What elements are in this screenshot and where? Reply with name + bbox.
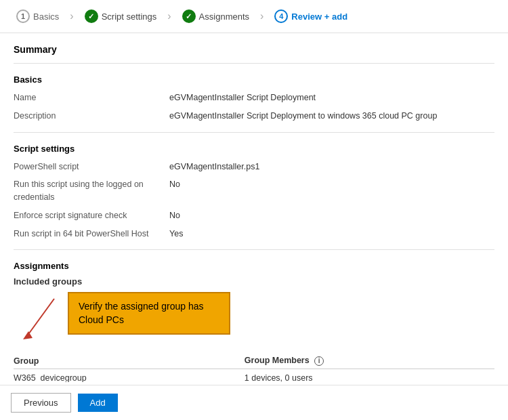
row-powershell: PowerShell script eGVMagentInstaller.ps1 xyxy=(14,159,494,175)
name-value: eGVMagentInstaller Script Deployment xyxy=(169,91,316,104)
arrow-area xyxy=(14,292,68,346)
step-assignments-label: Assignments xyxy=(199,12,249,22)
step-assignments-circle: ✓ xyxy=(182,9,196,23)
divider-after-basics xyxy=(14,132,494,133)
row-description: Description eGVMagentInstaller Script De… xyxy=(14,108,494,124)
included-groups-label: Included groups xyxy=(14,276,494,287)
divider-after-summary xyxy=(14,63,494,64)
assignments-section-title: Assignments xyxy=(14,261,494,271)
basics-section-title: Basics xyxy=(14,75,494,85)
table-row: W365_devicegroup 1 devices, 0 users xyxy=(14,369,494,382)
step-review-add-label: Review + add xyxy=(291,12,347,22)
group-header: Group xyxy=(14,353,245,369)
description-value: eGVMagentInstaller Script Deployment to … xyxy=(169,110,437,123)
step-divider-1: › xyxy=(70,10,73,22)
step-basics-circle: 1 xyxy=(16,9,30,23)
callout-arrow-icon xyxy=(14,292,68,346)
signature-label: Enforce script signature check xyxy=(14,209,169,222)
row-signature: Enforce script signature check No xyxy=(14,208,494,224)
step-basics[interactable]: 1 Basics xyxy=(11,7,64,26)
name-label: Name xyxy=(14,91,169,104)
logged-on-value: No xyxy=(169,178,180,204)
step-review-add-circle: 4 xyxy=(274,9,288,23)
step-basics-label: Basics xyxy=(33,12,59,22)
step-divider-2: › xyxy=(167,10,171,22)
divider-after-script-settings xyxy=(14,249,494,250)
logged-on-label: Run this script using the logged on cred… xyxy=(14,178,169,204)
step-assignments[interactable]: ✓ Assignments xyxy=(177,7,255,26)
powershell-label: PowerShell script xyxy=(14,161,169,173)
bit64-value: Yes xyxy=(169,228,183,240)
svg-line-0 xyxy=(27,299,54,336)
step-script-settings[interactable]: ✓ Script settings xyxy=(79,7,163,26)
signature-value: No xyxy=(169,209,180,222)
step-script-settings-label: Script settings xyxy=(102,12,157,22)
group-members-cell: 1 devices, 0 users xyxy=(245,369,494,382)
svg-marker-1 xyxy=(23,331,33,339)
row-logged-on: Run this script using the logged on cred… xyxy=(14,177,494,205)
tooltip-area: Verify the assigned group has Cloud PCs xyxy=(14,292,494,346)
row-name: Name eGVMagentInstaller Script Deploymen… xyxy=(14,90,494,106)
step-divider-3: › xyxy=(260,10,263,22)
tooltip-text: Verify the assigned group has Cloud PCs xyxy=(79,301,203,325)
group-members-header: Group Members i xyxy=(245,353,494,369)
step-review-add[interactable]: 4 Review + add xyxy=(269,7,353,26)
row-bit64: Run script in 64 bit PowerShell Host Yes xyxy=(14,226,494,242)
description-label: Description xyxy=(14,110,169,123)
step-script-settings-circle: ✓ xyxy=(85,9,98,23)
powershell-value: eGVMagentInstaller.ps1 xyxy=(169,161,259,173)
group-table: Group Group Members i W365_devicegroup 1… xyxy=(14,353,494,382)
assignments-section: Assignments Included groups Verify the a… xyxy=(14,261,494,382)
script-settings-section-title: Script settings xyxy=(14,144,494,154)
main-content: Summary Basics Name eGVMagentInstaller S… xyxy=(0,33,508,382)
bit64-label: Run script in 64 bit PowerShell Host xyxy=(14,228,169,240)
group-members-info-icon[interactable]: i xyxy=(314,356,324,366)
previous-button[interactable]: Previous xyxy=(11,393,71,413)
group-cell: W365_devicegroup xyxy=(14,369,245,382)
tooltip-box: Verify the assigned group has Cloud PCs xyxy=(68,292,230,335)
add-button[interactable]: Add xyxy=(78,394,118,412)
footer: Previous Add xyxy=(0,385,508,420)
summary-title: Summary xyxy=(14,44,494,55)
wizard-steps: 1 Basics › ✓ Script settings › ✓ Assignm… xyxy=(0,0,508,33)
